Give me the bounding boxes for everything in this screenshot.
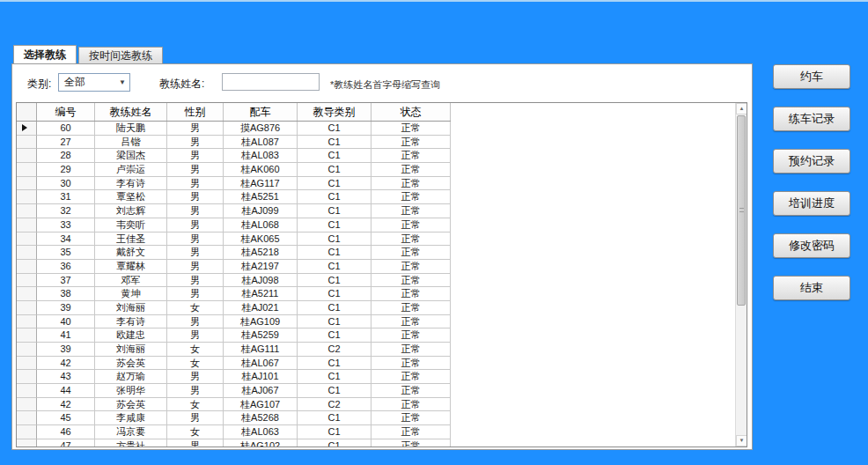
table-row[interactable]: 29卢崇运男桂AK060C1正常	[17, 163, 451, 177]
table-cell[interactable]: 43	[37, 370, 95, 384]
table-vertical-scrollbar[interactable]: ▲ ▼	[735, 103, 747, 447]
table-cell[interactable]: C1	[298, 149, 371, 163]
table-row[interactable]: 45李咸康男桂A5268C1正常	[17, 411, 451, 425]
table-cell[interactable]: 桂AL087	[224, 136, 298, 150]
table-cell[interactable]: 28	[37, 149, 95, 163]
column-header[interactable]: 教导类别	[298, 103, 371, 121]
table-cell[interactable]: 刘海丽	[95, 301, 167, 315]
table-cell[interactable]: 正常	[371, 411, 451, 425]
book-car-button[interactable]: 约车	[773, 64, 850, 89]
row-selector-cell[interactable]	[17, 301, 37, 315]
table-cell[interactable]: C1	[298, 163, 371, 177]
table-row[interactable]: 43赵万瑜男桂AJ101C1正常	[17, 370, 451, 384]
table-cell[interactable]: 桂A5268	[224, 411, 298, 425]
coach-name-input[interactable]	[222, 73, 320, 91]
table-row[interactable]: 30李有诗男桂AG117C1正常	[17, 177, 451, 191]
table-cell[interactable]: 戴舒文	[95, 246, 167, 260]
table-cell[interactable]: 正常	[371, 301, 451, 315]
table-cell[interactable]: C1	[298, 260, 371, 274]
table-row[interactable]: 44张明华男桂AJ067C1正常	[17, 384, 451, 398]
table-cell[interactable]: 女	[167, 357, 224, 371]
table-cell[interactable]: 桂A5211	[224, 287, 298, 301]
table-cell[interactable]: 覃耀林	[95, 260, 167, 274]
table-cell[interactable]: 李有诗	[95, 177, 167, 191]
scrollbar-thumb[interactable]	[737, 115, 746, 306]
table-cell[interactable]: 桂AJ101	[224, 370, 298, 384]
table-cell[interactable]: 正常	[371, 274, 451, 288]
table-cell[interactable]: C1	[298, 177, 371, 191]
row-selector-cell[interactable]	[17, 136, 37, 150]
row-selector-cell[interactable]	[17, 343, 37, 357]
table-cell[interactable]: 男	[167, 204, 224, 218]
table-cell[interactable]: C2	[298, 398, 371, 412]
table-cell[interactable]: C1	[298, 287, 371, 301]
table-cell[interactable]: 正常	[371, 246, 451, 260]
row-selector-cell[interactable]	[17, 425, 37, 439]
table-cell[interactable]: 29	[37, 163, 95, 177]
table-row[interactable]: 47方贵社男桂AG102C1正常	[17, 439, 451, 447]
table-cell[interactable]: 47	[37, 439, 95, 447]
table-cell[interactable]: C1	[298, 218, 371, 232]
table-cell[interactable]: 38	[37, 287, 95, 301]
table-cell[interactable]: 男	[167, 136, 224, 150]
table-cell[interactable]: 正常	[371, 357, 451, 371]
table-cell[interactable]: C1	[298, 190, 371, 204]
table-cell[interactable]: 女	[167, 301, 224, 315]
table-row[interactable]: 39刘海丽女桂AG111C2正常	[17, 343, 451, 357]
table-cell[interactable]: 冯京要	[95, 425, 167, 439]
table-cell[interactable]: 王佳圣	[95, 232, 167, 247]
table-cell[interactable]: 女	[167, 425, 224, 439]
row-selector-cell[interactable]	[17, 190, 37, 204]
column-header[interactable]: 教练姓名	[95, 103, 167, 121]
table-cell[interactable]: 男	[167, 328, 224, 343]
table-cell[interactable]: 男	[167, 274, 224, 288]
table-cell[interactable]: 男	[167, 246, 224, 260]
tab-select-coach[interactable]: 选择教练	[13, 45, 77, 63]
table-cell[interactable]: 男	[167, 287, 224, 301]
table-cell[interactable]: 桂AJ021	[224, 301, 298, 315]
table-cell[interactable]: 男	[167, 260, 224, 274]
table-cell[interactable]: 正常	[371, 384, 451, 398]
table-row[interactable]: 37邓军男桂AJ098C1正常	[17, 274, 451, 288]
table-cell[interactable]: 桂AK065	[224, 232, 298, 247]
row-selector-cell[interactable]	[17, 163, 37, 177]
table-cell[interactable]: C1	[298, 232, 371, 247]
table-cell[interactable]: 46	[37, 425, 95, 439]
table-cell[interactable]: 正常	[371, 190, 451, 204]
table-row[interactable]: 38黄坤男桂A5211C1正常	[17, 287, 451, 301]
table-cell[interactable]: 摸AG876	[224, 122, 298, 136]
row-selector-cell[interactable]	[17, 328, 37, 343]
table-cell[interactable]: 正常	[371, 218, 451, 232]
table-cell[interactable]: 42	[37, 398, 95, 412]
table-cell[interactable]: 27	[37, 136, 95, 150]
change-password-button[interactable]: 修改密码	[773, 233, 850, 258]
table-cell[interactable]: 正常	[371, 287, 451, 301]
table-cell[interactable]: 桂A5218	[224, 246, 298, 260]
table-cell[interactable]: 黄坤	[95, 287, 167, 301]
table-cell[interactable]: 30	[37, 177, 95, 191]
table-cell[interactable]: 男	[167, 190, 224, 204]
table-cell[interactable]: 女	[167, 343, 224, 357]
table-row[interactable]: 42苏会英女桂AL067C1正常	[17, 357, 451, 371]
table-cell[interactable]: C1	[298, 370, 371, 384]
table-cell[interactable]: 正常	[371, 163, 451, 177]
table-cell[interactable]: C1	[298, 301, 371, 315]
table-cell[interactable]: C1	[298, 274, 371, 288]
row-selector-cell[interactable]	[17, 315, 37, 329]
table-cell[interactable]: 刘海丽	[95, 343, 167, 357]
table-cell[interactable]: 桂AG117	[224, 177, 298, 191]
table-row[interactable]: 33韦奕听男桂AL068C1正常	[17, 218, 451, 232]
table-cell[interactable]: 正常	[371, 315, 451, 329]
table-cell[interactable]: 桂AJ099	[224, 204, 298, 218]
table-cell[interactable]: 桂AG111	[224, 343, 298, 357]
table-cell[interactable]: C1	[298, 315, 371, 329]
table-cell[interactable]: 覃坚松	[95, 190, 167, 204]
table-cell[interactable]: 32	[37, 204, 95, 218]
table-cell[interactable]: 方贵社	[95, 439, 167, 447]
column-header[interactable]: 配车	[224, 103, 298, 121]
table-cell[interactable]: 桂AG109	[224, 315, 298, 329]
table-cell[interactable]: 陆天鹏	[95, 122, 167, 136]
training-progress-button[interactable]: 培训进度	[773, 191, 850, 216]
table-row[interactable]: 60陆天鹏男摸AG876C1正常	[17, 122, 451, 136]
table-cell[interactable]: 正常	[371, 343, 451, 357]
